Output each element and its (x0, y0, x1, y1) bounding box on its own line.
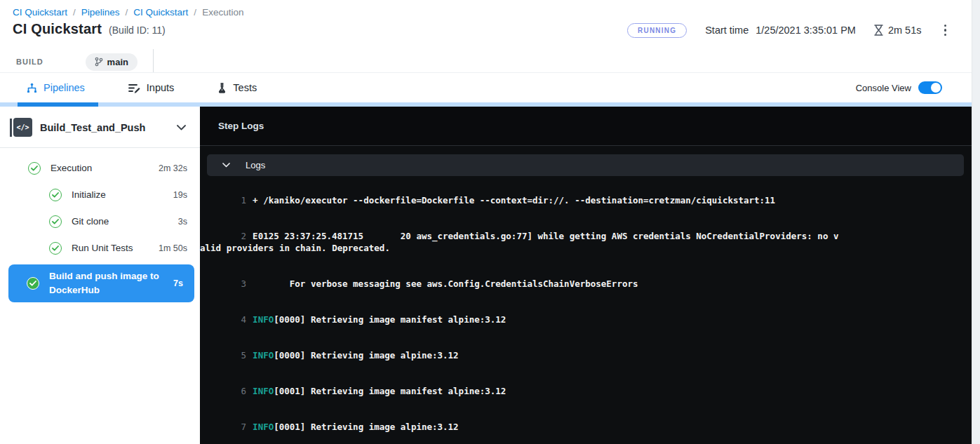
breadcrumb-separator: / (73, 7, 76, 18)
success-check-icon (28, 162, 41, 175)
breadcrumb-item[interactable]: CI Quickstart (13, 7, 67, 18)
success-check-icon (49, 189, 62, 201)
branch-chip[interactable]: main (86, 53, 137, 71)
log-line-number: 2 (221, 230, 246, 242)
log-line: 5INFO[0000] Retrieving image alpine:3.12 (200, 337, 840, 373)
tab-inputs[interactable]: Inputs (128, 82, 175, 93)
git-branch-icon (95, 57, 103, 67)
log-info-tag: INFO (253, 350, 274, 361)
step-build-and-push[interactable]: Build and push image to DockerHub 7s (8, 264, 194, 302)
stage-code-icon: </> (10, 118, 32, 137)
breadcrumb-item[interactable]: Pipelines (81, 7, 120, 18)
start-time-value: 1/25/2021 3:35:01 PM (756, 25, 856, 36)
step-git-clone[interactable]: Git clone 3s (0, 208, 200, 235)
log-text: [0000] Retrieving image manifest alpine:… (274, 314, 506, 325)
chevron-down-icon (177, 125, 186, 130)
step-execution[interactable]: Execution 2m 32s (0, 155, 200, 182)
log-line-number: 4 (221, 314, 246, 325)
tab-pipelines[interactable]: Pipelines (27, 82, 85, 93)
stage-header[interactable]: </> Build_Test_and_Push (0, 107, 200, 147)
log-line: 1+ /kaniko/executor --dockerfile=Dockerf… (200, 182, 840, 218)
step-run-unit-tests[interactable]: Run Unit Tests 1m 50s (0, 235, 200, 262)
pipeline-execution-page: CI Quickstart/Pipelines/CI Quickstart/Ex… (0, 0, 972, 444)
log-line: 2E0125 23:37:25.481715 20 aws_credential… (200, 218, 840, 266)
chevron-down-icon (222, 163, 230, 168)
console-view-toggle[interactable] (918, 81, 942, 94)
log-line: 6INFO[0001] Retrieving image manifest al… (200, 373, 840, 409)
flask-icon (217, 83, 227, 93)
branch-name: main (107, 57, 128, 67)
step-duration: 19s (173, 190, 187, 200)
step-duration: 3s (178, 217, 187, 227)
inputs-icon (128, 83, 140, 93)
success-check-icon (27, 277, 39, 290)
stage-name: Build_Test_and_Push (40, 122, 177, 133)
log-info-tag: INFO (253, 314, 274, 325)
step-duration: 7s (173, 278, 183, 288)
log-text: [0001] Retrieving image alpine:3.12 (274, 422, 458, 432)
log-info-tag: INFO (253, 386, 274, 396)
log-line-number: 7 (221, 421, 246, 433)
hourglass-icon (874, 25, 883, 36)
right-gutter (972, 0, 980, 444)
step-logs-title: Step Logs (218, 121, 264, 131)
log-text: + /kaniko/executor --dockerfile=Dockerfi… (253, 195, 775, 206)
build-type-label: BUILD (16, 58, 43, 66)
execution-steps-sidebar: </> Build_Test_and_Push Execution 2m 32s… (0, 107, 200, 444)
log-text: [0001] Retrieving image manifest alpine:… (274, 386, 506, 396)
more-options-button[interactable] (940, 22, 951, 39)
log-info-tag: INFO (253, 422, 274, 432)
log-line-number: 6 (221, 385, 246, 397)
log-line-number: 5 (221, 349, 246, 361)
breadcrumb-separator: / (126, 7, 128, 18)
step-initialize[interactable]: Initialize 19s (0, 182, 200, 208)
status-badge: RUNNING (627, 23, 687, 38)
breadcrumb-item: Execution (202, 7, 243, 18)
step-logs-panel: Step Logs Logs 1+ /kaniko/executor --doc… (200, 107, 972, 444)
step-logs-header: Step Logs (200, 107, 972, 146)
tab-tests[interactable]: Tests (217, 82, 257, 93)
log-line: 7INFO[0001] Retrieving image alpine:3.12 (200, 409, 840, 444)
success-check-icon (49, 215, 62, 228)
step-duration: 2m 32s (159, 163, 187, 173)
console-log-output: 1+ /kaniko/executor --dockerfile=Dockerf… (200, 182, 972, 444)
divider (153, 49, 154, 74)
log-line-number: 3 (221, 278, 246, 290)
console-view-label: Console View (856, 83, 911, 93)
log-line-number: 1 (221, 194, 246, 206)
log-text: [0000] Retrieving image alpine:3.12 (274, 350, 458, 361)
logs-section-toggle[interactable]: Logs (207, 154, 964, 176)
breadcrumb-separator: / (194, 7, 196, 18)
breadcrumb-item[interactable]: CI Quickstart (133, 7, 188, 18)
success-check-icon (49, 242, 62, 255)
build-id-label: (Build ID: 11) (109, 25, 166, 36)
tab-bar: Pipelines Inputs Tests Console View (0, 72, 972, 102)
log-text: For verbose messaging see aws.Config.Cre… (253, 278, 638, 289)
log-text: E0125 23:37:25.481715 20 aws_credentials… (200, 231, 838, 253)
elapsed-time: 2m 51s (888, 25, 922, 36)
pipeline-icon (27, 83, 37, 93)
log-line: 3 For verbose messaging see aws.Config.C… (200, 266, 840, 302)
page-title: CI Quickstart (13, 21, 102, 37)
step-duration: 1m 50s (159, 243, 187, 253)
breadcrumb: CI Quickstart/Pipelines/CI Quickstart/Ex… (13, 7, 243, 18)
logs-section-label: Logs (246, 160, 265, 170)
page-header: CI Quickstart/Pipelines/CI Quickstart/Ex… (0, 0, 972, 72)
start-time-label: Start time (705, 25, 749, 36)
log-line: 4INFO[0000] Retrieving image manifest al… (200, 302, 840, 337)
